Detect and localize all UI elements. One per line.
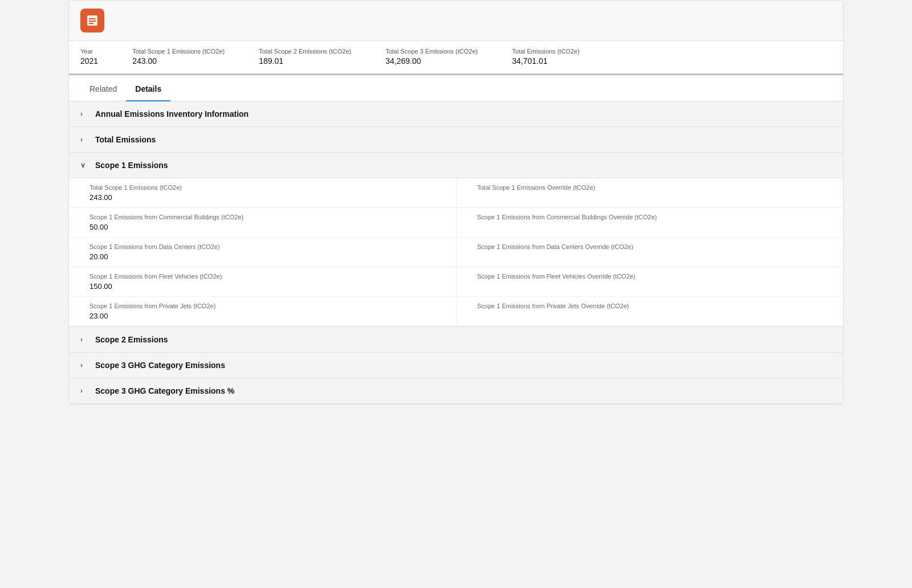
app-icon bbox=[80, 9, 104, 32]
chevron-icon: › bbox=[80, 387, 89, 395]
summary-bar: Year 2021 Total Scope 1 Emissions (tCO2e… bbox=[69, 41, 843, 75]
field-value: 23.00 bbox=[89, 312, 445, 320]
summary-item: Total Scope 1 Emissions (tCO2e) 243.00 bbox=[132, 48, 225, 66]
field-cell-right: Total Scope 1 Emissions Override (tCO2e) bbox=[456, 178, 843, 208]
tab-related[interactable]: Related bbox=[80, 77, 126, 101]
section-header-annual-emissions-info[interactable]: › Annual Emissions Inventory Information bbox=[69, 101, 843, 127]
sections: › Annual Emissions Inventory Information… bbox=[69, 101, 843, 404]
svg-rect-1 bbox=[89, 18, 96, 19]
field-cell-left: Scope 1 Emissions from Fleet Vehicles (t… bbox=[69, 267, 456, 297]
field-label: Scope 1 Emissions from Data Centers (tCO… bbox=[89, 243, 445, 250]
field-value: 243.00 bbox=[89, 193, 445, 202]
fields-grid: Total Scope 1 Emissions (tCO2e) 243.00 T… bbox=[69, 178, 843, 326]
summary-item: Total Emissions (tCO2e) 34,701.01 bbox=[512, 48, 580, 66]
header bbox=[69, 1, 843, 41]
summary-label: Total Scope 2 Emissions (tCO2e) bbox=[259, 48, 351, 55]
field-label: Scope 1 Emissions from Commercial Buildi… bbox=[89, 214, 445, 220]
chevron-icon: › bbox=[80, 361, 89, 369]
chevron-icon: › bbox=[80, 110, 89, 118]
summary-label: Year bbox=[80, 48, 98, 55]
section-header-total-emissions[interactable]: › Total Emissions bbox=[69, 127, 843, 153]
summary-item: Total Scope 2 Emissions (tCO2e) 189.01 bbox=[259, 48, 351, 66]
summary-label: Total Emissions (tCO2e) bbox=[512, 48, 580, 55]
chevron-icon: ∨ bbox=[80, 161, 89, 169]
section-header-scope3-ghg[interactable]: › Scope 3 GHG Category Emissions bbox=[69, 353, 843, 378]
section-label: Scope 2 Emissions bbox=[95, 335, 168, 344]
section-header-scope3-ghg-pct[interactable]: › Scope 3 GHG Category Emissions % bbox=[69, 378, 843, 404]
field-cell-right: Scope 1 Emissions from Commercial Buildi… bbox=[456, 208, 843, 238]
inventory-icon bbox=[85, 14, 99, 27]
field-value: 150.00 bbox=[89, 282, 445, 291]
field-cell-left: Scope 1 Emissions from Commercial Buildi… bbox=[69, 208, 456, 238]
section-label: Scope 3 GHG Category Emissions % bbox=[95, 386, 234, 395]
summary-value: 189.01 bbox=[259, 56, 351, 66]
field-cell-left: Total Scope 1 Emissions (tCO2e) 243.00 bbox=[69, 178, 456, 208]
field-label: Scope 1 Emissions from Fleet Vehicles Ov… bbox=[477, 273, 832, 280]
summary-item: Year 2021 bbox=[80, 48, 98, 66]
section-label: Scope 1 Emissions bbox=[95, 161, 168, 170]
field-label: Scope 1 Emissions from Fleet Vehicles (t… bbox=[89, 273, 445, 280]
field-cell-left: Scope 1 Emissions from Data Centers (tCO… bbox=[69, 238, 456, 267]
summary-label: Total Scope 3 Emissions (tCO2e) bbox=[385, 48, 478, 55]
section-header-scope1-emissions[interactable]: ∨ Scope 1 Emissions bbox=[69, 153, 843, 178]
section-label: Total Emissions bbox=[95, 135, 156, 144]
field-cell-left: Scope 1 Emissions from Private Jets (tCO… bbox=[69, 297, 456, 326]
field-label: Total Scope 1 Emissions (tCO2e) bbox=[89, 184, 445, 191]
section-header-scope2-emissions[interactable]: › Scope 2 Emissions bbox=[69, 327, 843, 353]
tabs: RelatedDetails bbox=[69, 77, 843, 101]
field-cell-right: Scope 1 Emissions from Private Jets Over… bbox=[456, 297, 843, 326]
svg-rect-2 bbox=[89, 21, 96, 22]
summary-value: 2021 bbox=[80, 56, 98, 66]
section-content-scope1-emissions: Total Scope 1 Emissions (tCO2e) 243.00 T… bbox=[69, 178, 843, 327]
field-value: 50.00 bbox=[89, 223, 445, 231]
chevron-icon: › bbox=[80, 136, 89, 144]
summary-value: 34,701.01 bbox=[512, 56, 580, 66]
field-label: Scope 1 Emissions from Private Jets Over… bbox=[477, 303, 832, 309]
field-label: Scope 1 Emissions from Commercial Buildi… bbox=[477, 214, 832, 220]
chevron-icon: › bbox=[80, 336, 89, 344]
summary-label: Total Scope 1 Emissions (tCO2e) bbox=[132, 48, 225, 55]
field-label: Scope 1 Emissions from Data Centers Over… bbox=[477, 243, 832, 250]
field-label: Scope 1 Emissions from Private Jets (tCO… bbox=[89, 303, 445, 309]
summary-value: 243.00 bbox=[132, 56, 225, 66]
summary-value: 34,269.00 bbox=[385, 56, 478, 66]
tab-details[interactable]: Details bbox=[126, 77, 170, 101]
app-container: Year 2021 Total Scope 1 Emissions (tCO2e… bbox=[68, 0, 844, 405]
section-label: Annual Emissions Inventory Information bbox=[95, 109, 249, 119]
field-cell-right: Scope 1 Emissions from Fleet Vehicles Ov… bbox=[456, 267, 843, 297]
field-value: 20.00 bbox=[89, 252, 445, 261]
section-label: Scope 3 GHG Category Emissions bbox=[95, 361, 225, 370]
field-cell-right: Scope 1 Emissions from Data Centers Over… bbox=[456, 238, 843, 267]
field-label: Total Scope 1 Emissions Override (tCO2e) bbox=[477, 184, 832, 191]
summary-item: Total Scope 3 Emissions (tCO2e) 34,269.0… bbox=[385, 48, 478, 66]
svg-rect-3 bbox=[89, 23, 93, 24]
